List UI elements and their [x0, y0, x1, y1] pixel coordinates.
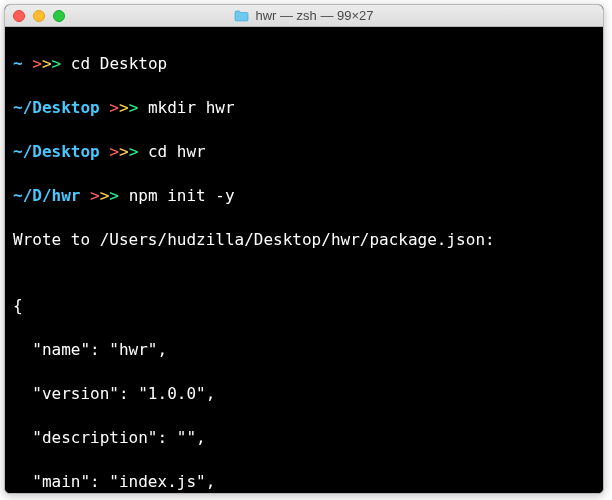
output-line: "description": "",: [13, 427, 595, 449]
prompt-line: ~/D/hwr >>> npm init -y: [13, 185, 595, 207]
output-line: {: [13, 295, 595, 317]
command-text: cd hwr: [148, 142, 206, 161]
output-line: "version": "1.0.0",: [13, 383, 595, 405]
minimize-icon[interactable]: [33, 10, 45, 22]
command-text: cd Desktop: [71, 54, 167, 73]
titlebar: hwr — zsh — 99×27: [5, 5, 603, 27]
command-text: npm init -y: [129, 186, 235, 205]
command-text: mkdir hwr: [148, 98, 235, 117]
terminal-window: hwr — zsh — 99×27 ~ >>> cd Desktop ~/Des…: [4, 4, 604, 494]
output-line: "main": "index.js",: [13, 471, 595, 493]
output-line: "name": "hwr",: [13, 339, 595, 361]
folder-icon: [234, 10, 249, 22]
zoom-icon[interactable]: [53, 10, 65, 22]
close-icon[interactable]: [13, 10, 25, 22]
window-title: hwr — zsh — 99×27: [255, 8, 373, 23]
output-line: Wrote to /Users/hudzilla/Desktop/hwr/pac…: [13, 229, 595, 251]
prompt-line: ~ >>> cd Desktop: [13, 53, 595, 75]
prompt-line: ~/Desktop >>> cd hwr: [13, 141, 595, 163]
prompt-line: ~/Desktop >>> mkdir hwr: [13, 97, 595, 119]
terminal-viewport[interactable]: ~ >>> cd Desktop ~/Desktop >>> mkdir hwr…: [5, 27, 603, 493]
